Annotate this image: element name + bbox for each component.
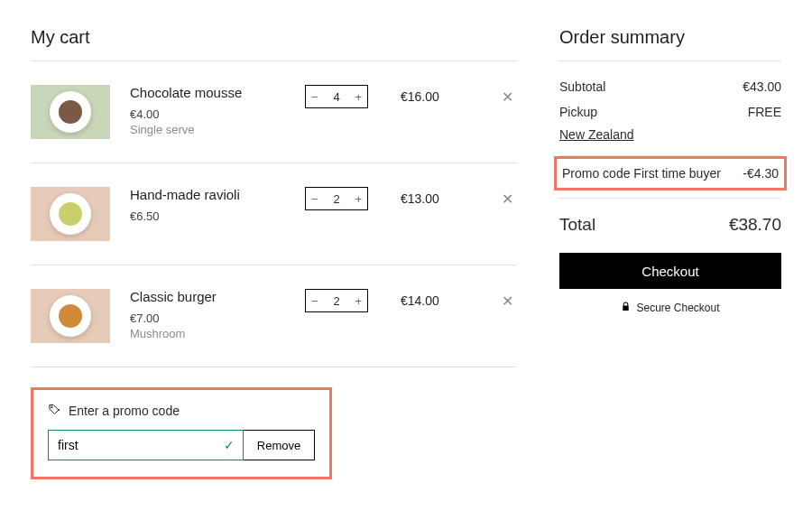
remove-item-button[interactable]: ✕	[498, 88, 516, 106]
item-name: Classic burger	[130, 289, 285, 304]
cart-title: My cart	[31, 27, 516, 48]
increment-button[interactable]: +	[355, 193, 362, 205]
item-controls: − 2 + €13.00 ✕	[305, 187, 516, 210]
item-info: Classic burger €7.00 Mushroom	[130, 289, 285, 340]
plate-icon	[50, 295, 91, 337]
tag-icon	[48, 403, 61, 419]
quantity-value: 4	[333, 90, 339, 104]
subtotal-row: Subtotal €43.00	[559, 74, 781, 99]
subtotal-value: €43.00	[743, 79, 781, 94]
quantity-stepper[interactable]: − 2 +	[305, 187, 368, 210]
item-unit-price: €7.00	[130, 311, 285, 325]
cart-column: My cart Chocolate mousse €4.00 Single se…	[31, 27, 516, 511]
item-unit-price: €4.00	[130, 107, 285, 121]
promo-remove-button[interactable]: Remove	[244, 430, 315, 460]
cart-item-row: Hand-made ravioli €6.50 − 2 + €13.00 ✕	[31, 163, 516, 265]
summary-section: Subtotal €43.00 Pickup FREE New Zealand	[559, 61, 781, 155]
item-thumbnail	[31, 289, 110, 343]
pickup-value: FREE	[748, 105, 781, 119]
quantity-value: 2	[333, 192, 339, 206]
item-unit-price: €6.50	[130, 209, 285, 223]
secure-checkout-label: Secure Checkout	[636, 302, 719, 314]
item-info: Chocolate mousse €4.00 Single serve	[130, 85, 285, 136]
cart-item-row: Classic burger €7.00 Mushroom − 2 + €14.…	[31, 265, 516, 367]
item-variant: Single serve	[130, 123, 285, 136]
item-name: Hand-made ravioli	[130, 187, 285, 202]
promo-applied-label: Promo code First time buyer	[562, 166, 721, 181]
item-line-total: €13.00	[401, 191, 466, 206]
increment-button[interactable]: +	[355, 91, 362, 103]
total-value: €38.70	[729, 215, 781, 235]
location-link[interactable]: New Zealand	[559, 127, 634, 142]
quantity-value: 2	[333, 294, 339, 308]
divider	[31, 367, 516, 367]
remove-item-button[interactable]: ✕	[498, 190, 516, 208]
pickup-row: Pickup FREE	[559, 99, 781, 125]
item-line-total: €16.00	[401, 89, 466, 104]
decrement-button[interactable]: −	[311, 193, 318, 205]
subtotal-label: Subtotal	[559, 79, 605, 94]
promo-applied-value: -€4.30	[743, 166, 779, 181]
promo-input-wrap: ✓	[48, 430, 244, 460]
quantity-stepper[interactable]: − 4 +	[305, 85, 368, 108]
total-row: Total €38.70	[559, 199, 781, 253]
promo-label-row: Enter a promo code	[48, 403, 315, 419]
item-variant: Mushroom	[130, 327, 285, 340]
promo-code-box: Enter a promo code ✓ Remove	[31, 387, 332, 479]
check-icon: ✓	[224, 438, 235, 452]
cart-items: Chocolate mousse €4.00 Single serve − 4 …	[31, 61, 516, 367]
total-label: Total	[559, 215, 595, 235]
checkout-button[interactable]: Checkout	[559, 253, 781, 289]
summary-column: Order summary Subtotal €43.00 Pickup FRE…	[559, 27, 781, 511]
quantity-stepper[interactable]: − 2 +	[305, 289, 368, 312]
plate-icon	[50, 193, 91, 235]
secure-checkout-row: Secure Checkout	[559, 302, 781, 314]
increment-button[interactable]: +	[355, 295, 362, 307]
promo-input-row: ✓ Remove	[48, 430, 315, 460]
item-line-total: €14.00	[401, 293, 466, 308]
remove-item-button[interactable]: ✕	[498, 293, 516, 310]
pickup-label: Pickup	[559, 105, 597, 119]
lock-icon	[621, 302, 631, 314]
svg-point-0	[51, 406, 53, 408]
promo-applied-row: Promo code First time buyer -€4.30	[554, 156, 787, 190]
item-thumbnail	[31, 187, 110, 241]
cart-item-row: Chocolate mousse €4.00 Single serve − 4 …	[31, 61, 516, 163]
plate-icon	[50, 91, 91, 133]
promo-label: Enter a promo code	[69, 404, 180, 418]
item-info: Hand-made ravioli €6.50	[130, 187, 285, 225]
promo-code-input[interactable]	[48, 430, 244, 460]
item-controls: − 4 + €16.00 ✕	[305, 85, 516, 108]
item-thumbnail	[31, 85, 110, 139]
decrement-button[interactable]: −	[311, 295, 318, 307]
decrement-button[interactable]: −	[311, 91, 318, 103]
item-name: Chocolate mousse	[130, 85, 285, 100]
summary-title: Order summary	[559, 27, 781, 48]
item-controls: − 2 + €14.00 ✕	[305, 289, 516, 312]
